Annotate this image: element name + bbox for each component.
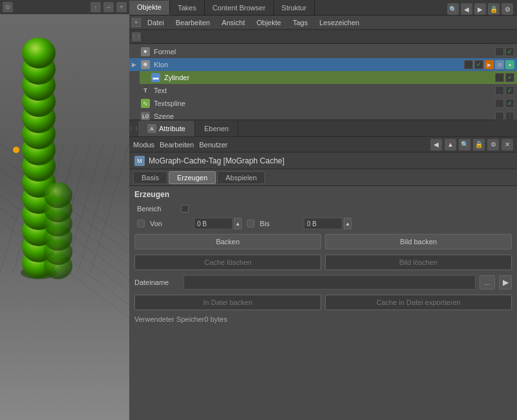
dateiname-input[interactable] xyxy=(184,275,476,289)
object-row-text[interactable]: T Text ✓ xyxy=(129,84,517,97)
nav-icon-2[interactable]: ↔ xyxy=(103,2,114,12)
sub-tab-abspielen[interactable]: Abspielen xyxy=(217,171,265,184)
tscheck2: ✓ xyxy=(505,99,514,108)
mograph-cache-icon: M xyxy=(134,156,145,166)
formel-label: Formel xyxy=(154,48,176,56)
menu-bearbeiten[interactable]: Bearbeiten xyxy=(171,17,215,28)
gear-btn[interactable]: ⚙ xyxy=(487,139,499,151)
tab-ebenen[interactable]: Ebenen xyxy=(195,121,238,136)
klon-expand-icon: ▶ xyxy=(132,61,140,68)
von-spinner: ▲ xyxy=(194,218,242,229)
check2: ✓ xyxy=(505,47,514,56)
scheck1 xyxy=(495,112,504,121)
text-label: Text xyxy=(154,87,167,94)
menu-datei[interactable]: Datei xyxy=(142,17,169,28)
attribute-tab-icon: A xyxy=(147,124,156,133)
panel-dots-icon: ⋮⋮ xyxy=(132,32,141,41)
tab-objekte[interactable]: Objekte xyxy=(129,1,170,15)
cache-loeschen-button[interactable]: Cache löschen xyxy=(134,255,321,270)
object-row-zylinder[interactable]: ▬ Zylinder ✓ xyxy=(140,71,517,84)
text-icon: T xyxy=(141,86,150,95)
backen-button[interactable]: Backen xyxy=(134,234,321,249)
kcheck1 xyxy=(464,60,473,69)
dateiname-label: Dateiname xyxy=(134,278,180,286)
dateiname-browse-btn[interactable]: ... xyxy=(480,275,495,289)
status-value: 0 bytes xyxy=(204,315,227,323)
klon-checkmarks: ✓ ▶ ⊙ ● xyxy=(464,60,514,69)
lock-icon[interactable]: 🔒 xyxy=(488,3,500,15)
tab-attribute[interactable]: A Attribute xyxy=(138,121,195,136)
menu-ansicht[interactable]: Ansicht xyxy=(216,17,250,28)
backen-row: Backen Bild backen xyxy=(129,231,517,252)
menu-lesezeichen[interactable]: Lesezeichen xyxy=(314,17,364,28)
von-input[interactable] xyxy=(194,218,233,229)
settings-icon[interactable]: ⚙ xyxy=(501,3,513,15)
von-spinner-up[interactable]: ▲ xyxy=(234,218,242,229)
textspline-checkmarks: ✓ xyxy=(495,99,514,108)
tab-struktur[interactable]: Struktur xyxy=(274,1,315,15)
check1 xyxy=(495,47,504,56)
nav-icon-1[interactable]: ↑ xyxy=(90,2,101,12)
status-label: Verwendeter Speicher xyxy=(134,315,204,323)
status-bar: Verwendeter Speicher0 bytes xyxy=(129,313,517,326)
menu-objekte[interactable]: Objekte xyxy=(251,17,286,28)
klon-icon: ❋ xyxy=(141,60,150,69)
bis-label: Bis xyxy=(260,220,299,227)
svg-point-36 xyxy=(13,147,19,153)
textspline-icon: ∿ xyxy=(141,99,150,108)
object-row-textspline[interactable]: ∿ Textspline ✓ xyxy=(129,97,517,110)
arrow-up-btn[interactable]: ▲ xyxy=(445,139,456,151)
cache-exportieren-button[interactable]: Cache in Datei exportieren xyxy=(325,295,512,310)
menu-bar: ≡ Datei Bearbeiten Ansicht Objekte Tags … xyxy=(129,16,517,30)
bis-spinner: ▲ xyxy=(304,218,352,229)
viewport-panel: ⊙ ↑ ↔ + xyxy=(0,0,129,420)
attr-toolbar: Modus Bearbeiten Benutzer ◀ ▲ 🔍 🔒 ⚙ ✕ xyxy=(129,137,517,152)
von-checkbox[interactable] xyxy=(137,220,145,227)
klon-label: Klon xyxy=(154,61,168,68)
scheck2: : xyxy=(505,112,514,121)
dateiname-arrow-btn[interactable]: ▶ xyxy=(499,275,512,289)
viewport-icon: ⊙ xyxy=(3,2,13,12)
zcheck2: ✓ xyxy=(505,73,514,82)
nav-forward-icon[interactable]: ▶ xyxy=(474,3,486,15)
search-icon[interactable]: 🔍 xyxy=(447,3,459,15)
in-datei-row: In Datei backen Cache in Datei exportier… xyxy=(129,292,517,313)
text-checkmarks: ✓ xyxy=(495,86,514,95)
toolbar-modus[interactable]: Modus xyxy=(133,141,154,149)
sub-tab-basis[interactable]: Basis xyxy=(133,171,167,184)
section-erzeugen: Erzeugen xyxy=(129,186,517,202)
tab-takes[interactable]: Takes xyxy=(170,1,205,15)
svg-point-35 xyxy=(44,182,72,208)
bereich-checkbox[interactable] xyxy=(181,205,189,213)
attr-panel-icon: ⋮⋮ xyxy=(129,120,138,136)
nav-back-btn[interactable]: ◀ xyxy=(430,139,442,151)
nav-back-icon[interactable]: ◀ xyxy=(461,3,472,15)
attribute-panel: ⋮⋮ A Attribute Ebenen Modus Bearbeiten B… xyxy=(129,120,517,420)
menu-tags[interactable]: Tags xyxy=(288,17,313,28)
object-row-klon[interactable]: ▶ ❋ Klon ✓ ▶ ⊙ ● xyxy=(129,58,517,71)
bis-input[interactable] xyxy=(304,218,343,229)
toolbar-benutzer[interactable]: Benutzer xyxy=(199,141,227,149)
tscheck1 xyxy=(495,99,504,108)
von-bis-row: Von ▲ Bis ▲ xyxy=(129,216,517,231)
search-btn[interactable]: 🔍 xyxy=(459,139,470,151)
bis-checkbox[interactable] xyxy=(247,220,255,227)
object-row-formel[interactable]: ✦ Formel ✓ xyxy=(129,45,517,58)
tab-content-browser[interactable]: Content Browser xyxy=(205,1,274,15)
lock-btn[interactable]: 🔒 xyxy=(473,139,485,151)
attr-toolbar-icons: ◀ ▲ 🔍 🔒 ⚙ ✕ xyxy=(430,139,513,151)
von-label: Von xyxy=(150,220,189,227)
close-btn[interactable]: ✕ xyxy=(501,139,513,151)
bis-spinner-up[interactable]: ▲ xyxy=(344,218,352,229)
in-datei-backen-button[interactable]: In Datei backen xyxy=(134,295,321,310)
attr-tabs: ⋮⋮ A Attribute Ebenen xyxy=(129,120,517,137)
bild-loeschen-button[interactable]: Bild löschen xyxy=(325,255,512,270)
top-tab-bar: Objekte Takes Content Browser Struktur 🔍… xyxy=(129,0,517,16)
svg-point-29 xyxy=(22,37,56,68)
sub-tab-erzeugen[interactable]: Erzeugen xyxy=(169,171,216,184)
nav-icon-3[interactable]: + xyxy=(116,2,127,12)
bild-backen-button[interactable]: Bild backen xyxy=(325,234,512,249)
toolbar-bearbeiten[interactable]: Bearbeiten xyxy=(160,141,194,149)
tag2: ⊙ xyxy=(495,60,504,69)
panel-icon: ≡ xyxy=(132,18,141,27)
